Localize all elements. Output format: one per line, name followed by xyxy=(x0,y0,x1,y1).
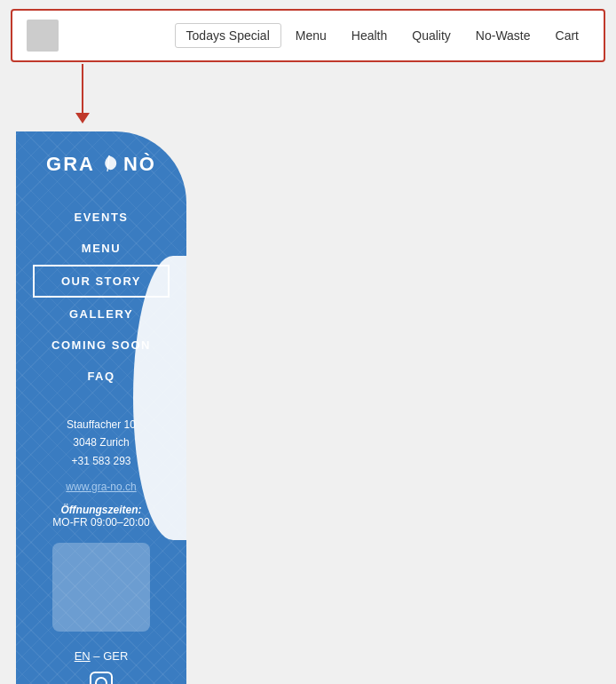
arrow-line xyxy=(82,64,83,113)
address-line1: Stauffacher 10 xyxy=(67,418,136,431)
sidebar-logo: GRA NÒ xyxy=(46,153,156,176)
sidebar-website-link[interactable]: www.gra-no.ch xyxy=(66,481,136,493)
navbar-links: Todays Special Menu Health Quality No-Wa… xyxy=(175,23,589,48)
lang-en[interactable]: EN xyxy=(75,649,91,663)
sidebar-item-coming-soon[interactable]: COMING SOON xyxy=(33,330,170,360)
logo-right: NÒ xyxy=(123,153,156,176)
nav-quality[interactable]: Quality xyxy=(401,23,462,48)
sidebar-language-switcher: EN – GER xyxy=(75,649,129,663)
sidebar-nav: EVENTS MENU OUR STORY GALLERY COMING SOO… xyxy=(16,203,186,391)
sidebar-inner: GRA NÒ EVENTS MENU OUR STORY GALLERY COM… xyxy=(16,131,186,684)
nav-menu[interactable]: Menu xyxy=(285,23,337,48)
address-line3: +31 583 293 xyxy=(71,455,130,467)
lang-ger[interactable]: GER xyxy=(103,649,128,663)
nav-health[interactable]: Health xyxy=(341,23,398,48)
sidebar-item-faq[interactable]: FAQ xyxy=(33,362,170,391)
sidebar-image xyxy=(52,543,150,632)
navbar: Todays Special Menu Health Quality No-Wa… xyxy=(11,9,605,62)
instagram-icon[interactable] xyxy=(90,672,113,684)
arrow-indicator xyxy=(75,64,90,123)
sidebar: GRA NÒ EVENTS MENU OUR STORY GALLERY COM… xyxy=(16,131,186,684)
sidebar-item-our-story[interactable]: OUR STORY xyxy=(33,265,170,298)
sidebar-social xyxy=(90,672,113,684)
sidebar-item-gallery[interactable]: GALLERY xyxy=(33,299,170,329)
sidebar-item-menu[interactable]: MENU xyxy=(33,234,170,263)
sidebar-hours-label: Öffnungszeiten: xyxy=(60,504,141,516)
sidebar-item-events[interactable]: EVENTS xyxy=(33,203,170,232)
sidebar-address: Stauffacher 10 3048 Zurich +31 583 293 xyxy=(52,416,150,470)
logo-left: GRA xyxy=(46,153,95,176)
logo-leaf-icon xyxy=(99,154,120,175)
nav-no-waste[interactable]: No-Waste xyxy=(465,23,541,48)
sidebar-logo-text: GRA NÒ xyxy=(46,153,156,176)
lang-separator: – xyxy=(93,649,103,663)
nav-cart[interactable]: Cart xyxy=(545,23,589,48)
navbar-logo xyxy=(27,20,59,52)
nav-todays-special[interactable]: Todays Special xyxy=(175,23,281,48)
arrow-head xyxy=(75,113,90,123)
sidebar-hours-value: MO-FR 09:00–20:00 xyxy=(52,516,149,529)
address-line2: 3048 Zurich xyxy=(73,436,129,449)
